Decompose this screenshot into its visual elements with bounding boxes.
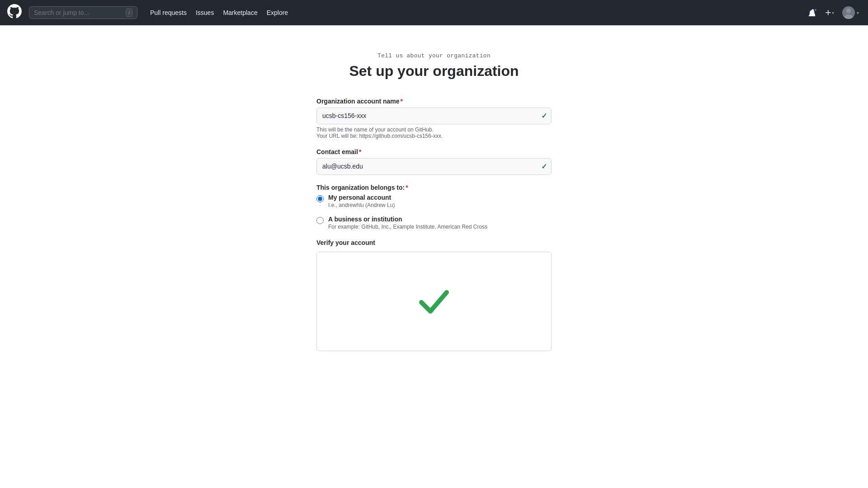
verify-box — [316, 252, 552, 351]
org-name-input[interactable] — [316, 108, 552, 124]
notifications-button[interactable] — [806, 7, 818, 18]
user-menu-button[interactable]: ▾ — [840, 5, 861, 20]
nav-pull-requests[interactable]: Pull requests — [146, 6, 190, 19]
svg-point-0 — [846, 9, 851, 13]
create-chevron: ▾ — [832, 10, 834, 15]
github-logo[interactable] — [7, 4, 22, 21]
radio-personal-labels: My personal account I.e., andrewhlu (And… — [328, 194, 395, 208]
page-title: Set up your organization — [349, 63, 519, 80]
belongs-to-group: This organization belongs to:* My person… — [316, 184, 552, 230]
nav-marketplace[interactable]: Marketplace — [219, 6, 261, 19]
nav-explore[interactable]: Explore — [263, 6, 292, 19]
verify-title: Verify your account — [316, 239, 552, 246]
slash-key: / — [126, 9, 132, 17]
radio-business-input[interactable] — [316, 217, 324, 224]
radio-personal-input[interactable] — [316, 195, 324, 202]
radio-group: My personal account I.e., andrewhlu (And… — [316, 194, 552, 230]
contact-email-label: Contact email* — [316, 148, 552, 155]
nav-links: Pull requests Issues Marketplace Explore — [146, 6, 292, 19]
verify-section: Verify your account — [316, 239, 552, 351]
radio-business-label[interactable]: A business or institution — [328, 216, 487, 223]
org-name-group: Organization account name* ✓ This will b… — [316, 98, 552, 139]
contact-email-check-icon: ✓ — [541, 162, 547, 171]
org-name-input-wrapper: ✓ — [316, 108, 552, 124]
org-name-check-icon: ✓ — [541, 112, 547, 120]
svg-point-1 — [844, 14, 853, 19]
nav-issues[interactable]: Issues — [192, 6, 217, 19]
required-star-belongs: * — [406, 184, 408, 191]
main-content: Tell us about your organization Set up y… — [0, 25, 868, 488]
setup-form: Organization account name* ✓ This will b… — [316, 98, 552, 351]
radio-personal-sublabel: I.e., andrewhlu (Andrew Lu) — [328, 202, 395, 208]
page-subtitle: Tell us about your organization — [377, 52, 491, 59]
navbar: / Pull requests Issues Marketplace Explo… — [0, 0, 868, 25]
belongs-to-label: This organization belongs to:* — [316, 184, 552, 191]
radio-personal-label[interactable]: My personal account — [328, 194, 395, 201]
create-new-button[interactable]: ▾ — [822, 7, 837, 18]
avatar — [842, 6, 855, 19]
org-name-label: Organization account name* — [316, 98, 552, 105]
org-name-hint: This will be the name of your account on… — [316, 127, 552, 139]
contact-email-input-wrapper: ✓ — [316, 158, 552, 175]
search-bar[interactable]: / — [29, 6, 137, 19]
notification-dot — [814, 8, 817, 12]
verify-checkmark-icon — [416, 283, 452, 319]
contact-email-input[interactable] — [316, 158, 552, 175]
radio-business-item: A business or institution For example: G… — [316, 216, 552, 230]
radio-business-labels: A business or institution For example: G… — [328, 216, 487, 230]
required-star-email: * — [359, 148, 361, 155]
avatar-chevron-icon: ▾ — [857, 10, 859, 15]
contact-email-group: Contact email* ✓ — [316, 148, 552, 175]
navbar-right: ▾ ▾ — [806, 5, 861, 20]
required-star: * — [401, 98, 403, 105]
radio-personal-item: My personal account I.e., andrewhlu (And… — [316, 194, 552, 208]
search-input[interactable] — [34, 9, 122, 16]
radio-business-sublabel: For example: GitHub, Inc., Example Insti… — [328, 224, 487, 230]
